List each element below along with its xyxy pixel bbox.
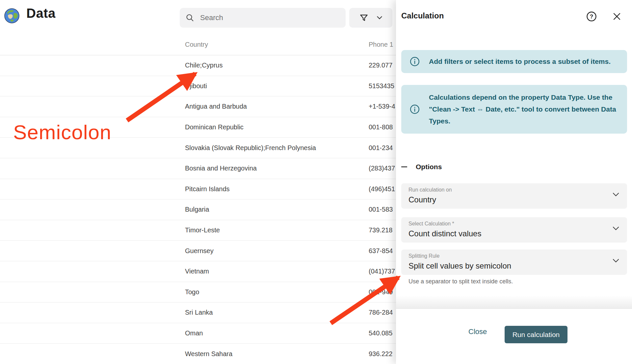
country-cell: Djibouti bbox=[185, 76, 207, 96]
phone-cell: 5153435 bbox=[369, 76, 394, 96]
phone-cell: (496)451 bbox=[369, 179, 395, 199]
collapse-minus-icon bbox=[401, 166, 407, 168]
country-cell: Pitcairn Islands bbox=[185, 179, 230, 199]
phone-cell: 739.218 bbox=[369, 220, 392, 241]
splitting-rule-select[interactable]: Splitting Rule Split cell values by semi… bbox=[401, 249, 627, 275]
country-cell: Slovakia (Slovak Republic);French Polyne… bbox=[185, 138, 316, 158]
phone-cell: 936.222 bbox=[369, 344, 392, 364]
phone-cell: 637-854 bbox=[369, 241, 393, 261]
info-banner-datatype: Calculations depend on the property Data… bbox=[401, 85, 627, 134]
funnel-icon bbox=[359, 13, 368, 22]
column-header-country: Country bbox=[185, 34, 208, 55]
chevron-down-icon bbox=[613, 226, 619, 230]
options-section-label: Options bbox=[416, 163, 442, 171]
info-icon bbox=[410, 57, 420, 66]
close-icon bbox=[613, 13, 621, 20]
search-icon bbox=[186, 13, 194, 22]
phone-cell: 786-284 bbox=[369, 302, 393, 323]
country-cell: Dominican Republic bbox=[185, 117, 244, 138]
phone-cell: (283)437 bbox=[369, 158, 395, 179]
filter-button[interactable] bbox=[349, 8, 392, 28]
calculation-panel: Calculation ? Add filters or select item… bbox=[396, 0, 632, 364]
chevron-down-icon bbox=[377, 16, 382, 19]
run-calculation-button[interactable]: Run calculation bbox=[505, 326, 567, 343]
phone-cell: (041)737 bbox=[369, 261, 395, 282]
annotation-semicolon-label: Semicolon bbox=[13, 120, 111, 144]
splitting-rule-helper: Use a separator to split text inside cel… bbox=[408, 278, 513, 285]
chevron-down-icon bbox=[613, 193, 619, 196]
help-icon: ? bbox=[586, 11, 597, 22]
column-header-phone: Phone 1 bbox=[369, 34, 393, 55]
country-cell: Vietnam bbox=[185, 261, 209, 282]
phone-cell: 001-808 bbox=[369, 117, 393, 138]
country-cell: Togo bbox=[185, 282, 199, 302]
run-calculation-on-select[interactable]: Run calculation on Country bbox=[401, 183, 627, 209]
country-cell: Chile;Cyprus bbox=[185, 55, 223, 76]
country-cell: Guernsey bbox=[185, 241, 214, 261]
info-icon bbox=[410, 104, 420, 114]
search-input[interactable] bbox=[199, 13, 340, 22]
country-cell: Western Sahara bbox=[185, 344, 232, 364]
country-cell: Timor-Leste bbox=[185, 220, 220, 241]
phone-cell: 540.085 bbox=[369, 323, 392, 344]
chevron-down-icon bbox=[613, 259, 619, 263]
footer-close-button[interactable]: Close bbox=[466, 327, 489, 336]
panel-title: Calculation bbox=[401, 11, 444, 20]
page-title: Data bbox=[26, 6, 56, 21]
info-banner-filters: Add filters or select items to process a… bbox=[401, 50, 627, 73]
panel-footer: Close Run calculation bbox=[396, 309, 632, 364]
globe-icon bbox=[4, 8, 20, 24]
select-calculation-select[interactable]: Select Calculation * Count distinct valu… bbox=[401, 217, 627, 243]
country-cell: Bulgaria bbox=[185, 199, 209, 220]
country-cell: Bosnia and Herzegovina bbox=[185, 158, 257, 179]
help-button[interactable]: ? bbox=[586, 11, 597, 22]
svg-text:?: ? bbox=[590, 13, 593, 20]
country-cell: Oman bbox=[185, 323, 203, 344]
options-section-toggle[interactable]: Options bbox=[401, 162, 442, 172]
phone-cell: 229.077 bbox=[369, 55, 392, 76]
close-button[interactable] bbox=[611, 11, 623, 22]
phone-cell: +1-539-4 bbox=[369, 96, 395, 117]
phone-cell: 001-234 bbox=[369, 138, 393, 158]
country-cell: Sri Lanka bbox=[185, 302, 213, 323]
phone-cell: 001-583 bbox=[369, 199, 393, 220]
country-cell: Antigua and Barbuda bbox=[185, 96, 247, 117]
phone-cell: 001-949 bbox=[369, 282, 393, 302]
panel-scroll-shadow bbox=[396, 295, 632, 309]
search-box bbox=[180, 8, 346, 28]
